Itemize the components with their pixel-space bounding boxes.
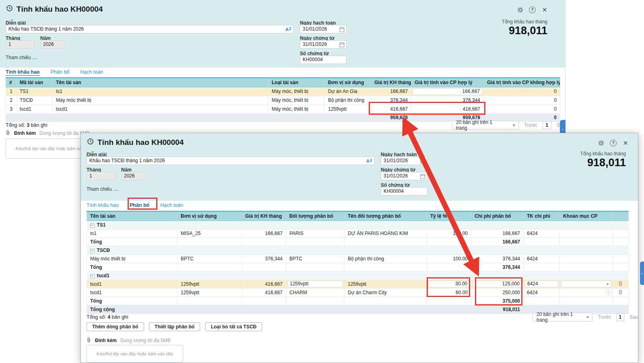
trash-icon[interactable] (618, 282, 623, 287)
year-input[interactable]: 2026 (121, 172, 146, 180)
tab-tinh-khau-hao[interactable]: Tính khấu hao (87, 202, 119, 208)
settings-gear-icon[interactable] (516, 6, 524, 13)
chevron-left-icon: ‹ (562, 127, 563, 132)
col-monthly-value[interactable]: Giá trị KH tháng (242, 211, 286, 221)
col-rate-percent[interactable]: Tỷ lệ % (427, 211, 471, 221)
close-icon[interactable]: × (622, 139, 629, 146)
prev-page-button[interactable]: Trước (598, 314, 611, 320)
document-date-input[interactable]: 31/01/2026 (300, 40, 347, 49)
col-expense-item[interactable]: Khoản mục CP (560, 211, 613, 221)
col-valid-expense[interactable]: Giá trị tính vào CP hợp lý (411, 78, 484, 87)
col-asset-type[interactable]: Loại tài sản (268, 78, 325, 87)
collapse-icon[interactable]: − (90, 223, 95, 228)
document-number-input[interactable]: KH00004 (300, 56, 347, 64)
tab-hach-toan[interactable]: Hạch toán (80, 69, 103, 75)
monthly-total-summary: Tổng khấu hao tháng 918,011 (443, 19, 547, 37)
translate-icon[interactable]: A (285, 27, 292, 33)
document-number-input[interactable]: KH00004 (381, 187, 427, 196)
tab-phan-bo[interactable]: Phân bổ (51, 69, 70, 75)
tab-phan-bo[interactable]: Phân bổ (130, 202, 149, 208)
attachment-label[interactable]: Đính kèm (95, 338, 117, 343)
attachment-label[interactable]: Đính kèm (14, 130, 36, 136)
page-number-input[interactable]: 1 (543, 121, 551, 129)
tab-hach-toan[interactable]: Hạch toán (160, 202, 183, 208)
rate-percent-input[interactable]: 30.00 (428, 280, 470, 287)
calendar-icon[interactable] (339, 42, 345, 49)
table-row[interactable]: 2 TSCĐ Máy móc thiết bị Máy móc, thiết b… (6, 96, 560, 105)
month-input[interactable]: 1 (6, 40, 35, 49)
year-input[interactable]: 2026 (40, 40, 65, 49)
description-input[interactable]: Khấu hao TSCĐ tháng 1 năm 2026 A (6, 25, 294, 33)
valid-expense-input[interactable]: 166,667 (413, 88, 482, 95)
group-total-row: Tổng 166,667 (87, 237, 629, 246)
table-row[interactable]: 1 TS1 ts1 Máy móc, thiết bị Dự án An Gia… (6, 87, 560, 96)
total-monthly-value: 959,678 (371, 113, 411, 122)
table-row[interactable]: 3 tscd1 tscd1 Máy móc, thiết bị 1259vptt… (6, 105, 560, 113)
table-row[interactable]: ts1 MISA_25 166,667 PARIS DỰ ÁN PARIS HO… (87, 229, 629, 237)
col-allocated-cost[interactable]: Chi phí phân bổ (471, 211, 524, 221)
calendar-icon[interactable] (339, 27, 345, 33)
col-allocation-object[interactable]: Đối tượng phân bổ (286, 211, 345, 221)
col-monthly-value[interactable]: Giá trị KH tháng (371, 78, 411, 87)
group-row-tscd1[interactable]: −tscd1 (87, 271, 629, 280)
reference-more-link[interactable]: ... (32, 55, 37, 60)
chevron-circle-icon[interactable]: ∨ (605, 289, 611, 295)
screen: Tính khấu hao KH00004 ? × Diễn giải Khấu… (0, 0, 644, 363)
file-dropzone[interactable]: Kéo/thả tệp vào đây hoặc bấm vào đây (87, 345, 183, 363)
calendar-icon[interactable] (420, 173, 425, 180)
table-row[interactable]: tscd1 1259vptt 416,667 CHARM Dự án Charm… (87, 288, 629, 297)
tab-tinh-khau-hao[interactable]: Tính khấu hao (6, 69, 40, 75)
col-asset-name[interactable]: Tên tài sản (53, 78, 268, 87)
setup-allocation-button[interactable]: Thiết lập phân bổ (149, 322, 200, 331)
attachment-hint: Dung lượng tối đa 5MB (120, 338, 171, 343)
collapse-icon[interactable]: − (90, 274, 95, 278)
panel-toggle-front[interactable]: ‹ (640, 262, 644, 285)
close-icon[interactable]: × (541, 6, 548, 13)
add-allocation-row-button[interactable]: Thêm dòng phân bổ (87, 322, 144, 331)
col-invalid-expense[interactable]: Giá trị tính vào CP không hợp lý (484, 78, 560, 87)
table-row[interactable]: Máy móc thiết bị BPTC 376,344 BPTC Bộ ph… (87, 254, 629, 263)
description-input[interactable]: Khấu hao TSCĐ tháng 1 năm 2026 A (87, 157, 375, 165)
expense-account-input[interactable]: 6424 (525, 280, 558, 287)
prev-page-button[interactable]: Trước (524, 122, 537, 128)
settings-gear-icon[interactable] (597, 139, 605, 146)
col-using-unit[interactable]: Đơn vị sử dụng (178, 211, 242, 221)
window-title-text: Tính khấu hao KH00004 (17, 5, 103, 14)
group-row-tscd[interactable]: −TSCĐ (87, 246, 629, 254)
calendar-icon[interactable] (420, 158, 425, 165)
col-asset-code[interactable]: Mã tài sản (17, 78, 53, 87)
reference-more-link[interactable]: ... (113, 186, 118, 192)
col-expense-account[interactable]: TK chi phí (524, 211, 560, 221)
page-size-select[interactable]: 20 bản ghi trên 1 trang ▾ (533, 313, 592, 322)
help-icon[interactable]: ? (610, 140, 617, 146)
translate-icon[interactable]: A (366, 158, 373, 165)
remove-all-assets-button[interactable]: Loại bỏ tất cả TSCĐ (205, 322, 262, 331)
next-page-button[interactable]: Sau (630, 314, 638, 320)
col-index[interactable]: # (6, 78, 17, 87)
document-date-value: 31/01/2026 (303, 41, 327, 47)
monthly-total-value: 918,011 (443, 25, 547, 37)
col-allocation-object-name[interactable]: Tên đối tượng phân bổ (345, 211, 427, 221)
document-date-input[interactable]: 31/01/2026 (381, 172, 427, 180)
allocated-cost-input[interactable]: 125,000 (473, 280, 522, 287)
col-using-unit[interactable]: Đơn vị sử dụng (325, 78, 371, 87)
month-input[interactable]: 1 (87, 172, 116, 180)
allocation-object-input[interactable]: 1259vptt (287, 280, 343, 287)
attachment-bar: Đính kèm Dung lượng tối đa 5MB (87, 337, 171, 344)
expense-item-dropdown[interactable]: ▾ (561, 280, 611, 287)
table-row-selected[interactable]: tscd1 1259vptt 416,667 1259vptt 1259vptt… (87, 280, 629, 288)
paperclip-icon (6, 130, 10, 137)
group-row-ts1[interactable]: −TS1 (87, 221, 629, 229)
posting-date-input[interactable]: 31/01/2026 (300, 25, 347, 33)
page-size-select[interactable]: 20 bản ghi trên 1 trang ▾ (452, 121, 519, 130)
col-asset-name[interactable]: Tên tài sản (87, 211, 178, 221)
collapse-icon[interactable]: − (90, 249, 95, 253)
help-icon[interactable]: ? (529, 6, 536, 13)
tab-bar: Tính khấu hao Phân bổ Hạch toán (87, 202, 183, 208)
posting-date-input[interactable]: 31/01/2026 (381, 157, 427, 165)
depreciation-table: # Mã tài sản Tên tài sản Loại tài sản Đơ… (6, 77, 560, 122)
monthly-total-label: Tổng khấu hao tháng (521, 151, 626, 157)
page-number-input[interactable]: 1 (616, 313, 624, 321)
group-total-row: Tổng 376,344 (87, 263, 629, 271)
trash-icon[interactable] (618, 290, 623, 296)
